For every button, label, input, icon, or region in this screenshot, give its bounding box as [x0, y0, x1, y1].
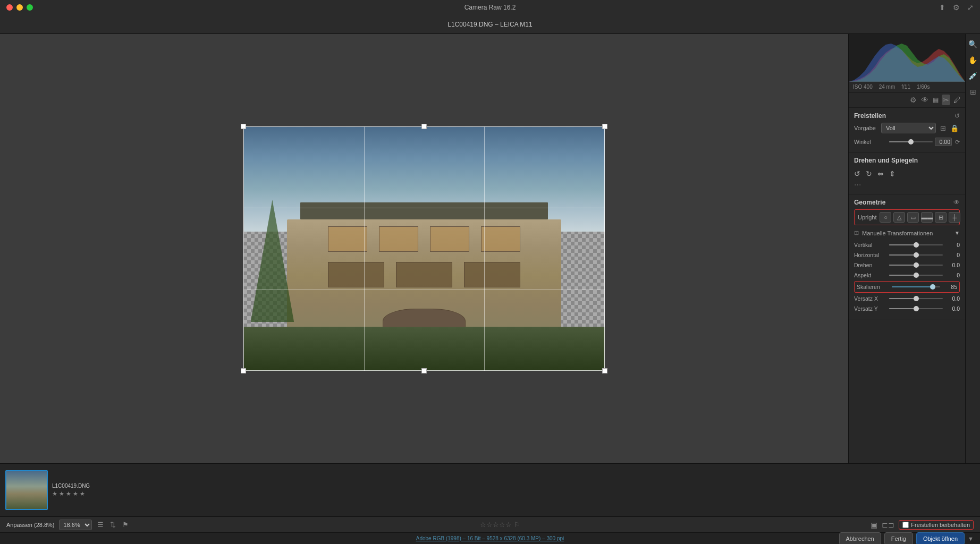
upright-h-btn[interactable]: ▬▬ [921, 212, 933, 223]
panel-icon-4[interactable]: 🖊 [952, 96, 962, 104]
rotate-ccw-icon[interactable]: ↺ [854, 169, 860, 178]
flip-v-icon[interactable]: ⇕ [889, 169, 895, 178]
share-icon[interactable]: ⬆ [939, 3, 945, 12]
status-text[interactable]: Adobe RGB (1998) – 16 Bit – 9528 x 6328 … [416, 536, 564, 541]
versatz-x-value: 0.0 [945, 295, 960, 302]
vorgabe-icons: ⊞ 🔒 [939, 124, 960, 132]
aspekt-label: Aspekt [854, 272, 887, 278]
versatz-y-label: Versatz Y [854, 305, 887, 312]
settings-icon[interactable]: ⚙ [953, 3, 960, 12]
objekt-oeffnen-button[interactable]: Objekt öffnen [916, 532, 965, 545]
freistellen-reset[interactable]: ↺ [954, 112, 960, 120]
straighten-icon[interactable]: ⟳ [955, 139, 960, 146]
freistellen-behalten-label: Freistellen beibehalten [911, 522, 970, 528]
transform-expand[interactable]: ▼ [954, 230, 960, 236]
star-1[interactable]: ☆ [480, 521, 486, 529]
b-icon[interactable]: ▣ [871, 521, 877, 529]
star-3[interactable]: ☆ [493, 521, 499, 529]
panel-icon-2[interactable]: 👁 [920, 96, 930, 104]
zoom-in-icon[interactable]: 🔍 [967, 38, 979, 50]
grid-icon[interactable]: ⊞ [967, 86, 979, 98]
vorgabe-select[interactable]: Voll [881, 123, 936, 133]
toolbar-center: ☆ ☆ ☆ ☆ ☆ ⚐ [134, 521, 867, 529]
transform-icon: ⊡ [854, 230, 859, 236]
flag-icon[interactable]: ⚑ [121, 521, 130, 529]
iso-value: ISO 400 [853, 84, 873, 90]
panel-tool-icons: ⚙ 👁 ▦ ✂ 🖊 [849, 92, 965, 108]
flag-empty[interactable]: ⚐ [514, 521, 520, 529]
focal-value: 24 mm [879, 84, 895, 90]
versatz-x-row: Versatz X 0.0 [854, 294, 960, 303]
panel-icon-1[interactable]: ⚙ [909, 96, 918, 104]
hand-icon[interactable]: ✋ [967, 54, 979, 66]
shutter-value: 1/60s [917, 84, 930, 90]
freistellen-section: Freistellen ↺ Vorgabe Voll ⊞ 🔒 Winkel [849, 108, 965, 152]
geometrie-eye[interactable]: 👁 [953, 199, 960, 206]
drehen-header: Drehen und Spiegeln [854, 157, 960, 164]
vertikal-slider[interactable] [889, 241, 943, 249]
title-bar-icons: ⬆ ⚙ ⤢ [939, 3, 974, 12]
upright-guided-btn[interactable]: ▭ [907, 212, 919, 223]
bottom-area: L1C00419.DNG ★ ★ ★ ★ ★ Anpassen (28.8%) … [0, 463, 980, 544]
star-4[interactable]: ☆ [499, 521, 505, 529]
panel-icon-3[interactable]: ▦ [932, 96, 940, 104]
star-5[interactable]: ☆ [505, 521, 512, 529]
aperture-value: f/11 [901, 84, 910, 90]
skalieren-value: 85 [942, 284, 957, 290]
versatz-y-row: Versatz Y 0.0 [854, 304, 960, 313]
panel-icon-active[interactable]: ✂ [942, 95, 950, 105]
upright-auto-btn[interactable]: △ [893, 212, 905, 223]
versatz-y-value: 0.0 [945, 305, 960, 312]
upright-full-btn[interactable]: ⊞ [935, 212, 947, 223]
drehen-section: Drehen und Spiegeln ↺ ↻ ⇔ ⇕ ··· [849, 152, 965, 194]
star-2[interactable]: ☆ [486, 521, 493, 529]
filter-icon[interactable]: ☰ [96, 521, 105, 529]
sort-icon[interactable]: ⇅ [109, 521, 117, 529]
versatz-x-slider[interactable] [889, 294, 943, 303]
rotate-icons: ↺ ↻ ⇔ ⇕ [854, 167, 960, 180]
horizontal-row: Horizontal 0 [854, 251, 960, 259]
skalieren-row: Skalieren 85 [854, 281, 960, 293]
freistellen-title: Freistellen [854, 112, 886, 120]
freistellen-behalten-checkbox[interactable] [902, 522, 909, 528]
skalieren-slider[interactable] [892, 283, 940, 291]
vorgabe-label: Vorgabe [854, 125, 878, 131]
upright-label: Upright [858, 214, 876, 220]
aspect-icon[interactable]: ⊞ [939, 124, 947, 132]
minimize-button[interactable] [16, 4, 23, 11]
maximize-button[interactable] [27, 4, 33, 11]
drehen-transform-slider[interactable] [889, 261, 943, 269]
expand-icon[interactable]: ⤢ [967, 3, 974, 12]
vertikal-value: 0 [945, 242, 960, 248]
canvas-area [0, 34, 848, 463]
objekt-dropdown-arrow[interactable]: ▼ [968, 536, 974, 542]
winkel-slider[interactable] [889, 138, 933, 146]
abbrechen-button[interactable]: Abbrechen [839, 532, 881, 545]
bottom-toolbar: Anpassen (28.8%) 18.6% ☰ ⇅ ⚑ ☆ ☆ ☆ ☆ ☆ ⚐… [0, 516, 980, 532]
filmstrip-thumb[interactable] [5, 470, 48, 510]
lock-icon[interactable]: 🔒 [949, 124, 960, 132]
histogram-area [849, 34, 965, 82]
rotate-cw-icon[interactable]: ↻ [866, 169, 872, 178]
skalieren-label: Skalieren [857, 284, 890, 290]
action-buttons: Abbrechen Fertig Objekt öffnen ▼ [839, 532, 974, 545]
app-title: Camera Raw 16.2 [464, 4, 516, 11]
zoom-select[interactable]: 18.6% [59, 520, 92, 530]
fertig-button[interactable]: Fertig [884, 532, 913, 545]
flip-h-icon[interactable]: ⇔ [877, 169, 884, 178]
traffic-lights [6, 4, 33, 11]
horizontal-slider[interactable] [889, 251, 943, 259]
photo-image [243, 126, 605, 371]
transform-header: ⊡ Manuelle Transformationen ▼ [854, 230, 960, 236]
image-container [243, 126, 605, 371]
close-button[interactable] [6, 4, 13, 11]
upright-off-btn[interactable]: ○ [880, 212, 891, 223]
more-options[interactable]: ··· [854, 180, 861, 189]
winkel-value[interactable] [935, 138, 952, 146]
aspekt-slider[interactable] [889, 271, 943, 279]
upright-v-btn[interactable]: ╪ [949, 212, 960, 223]
eyedropper-icon[interactable]: 💉 [967, 70, 979, 82]
compare-icon[interactable]: ⊏⊐ [882, 521, 894, 529]
winkel-row: Winkel ⟳ [854, 138, 960, 146]
versatz-y-slider[interactable] [889, 304, 943, 313]
